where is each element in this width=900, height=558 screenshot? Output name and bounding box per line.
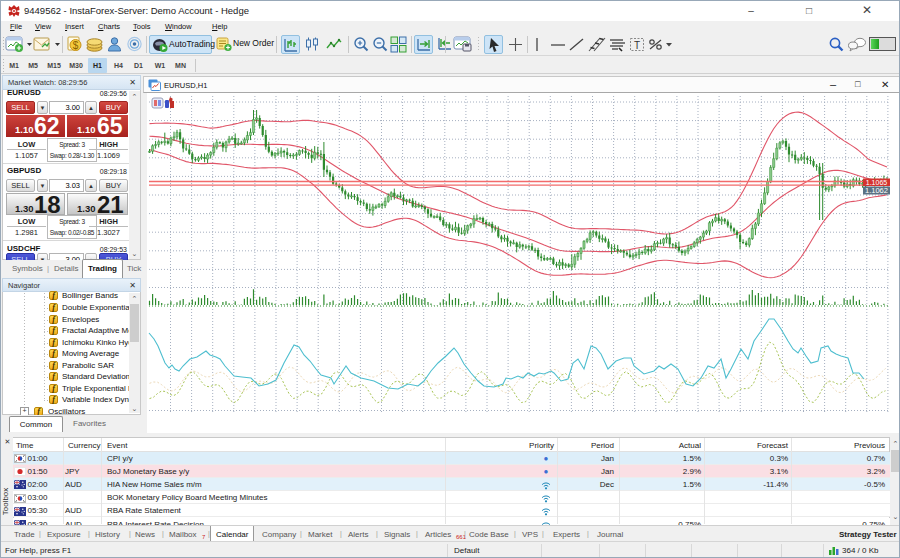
svg-text:1.1065: 1.1065	[866, 179, 888, 186]
svg-text:$: $	[73, 40, 79, 51]
svg-text:T: T	[634, 40, 640, 51]
svg-text:1.1062: 1.1062	[865, 186, 888, 195]
